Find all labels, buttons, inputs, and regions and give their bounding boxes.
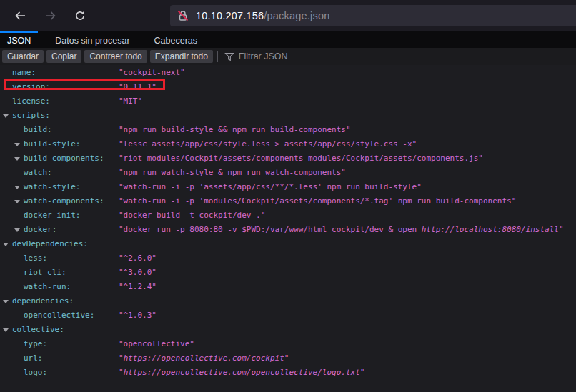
json-key: opencollective: (24, 308, 94, 323)
json-row[interactable]: watch-components: "watch-run -i -p 'modu… (0, 194, 576, 208)
save-button[interactable]: Guardar (2, 50, 44, 63)
json-viewer-toolbar: Guardar Copiar Contraer todo Expandir to… (0, 48, 576, 65)
collapse-twisty-icon[interactable] (3, 300, 9, 303)
json-tree: name: "cockpit-next" version: "0.11.1" l… (0, 65, 576, 392)
json-row[interactable]: logo: "https://opencollective.com/openco… (0, 366, 576, 380)
value-link[interactable]: https://opencollective.com/cockpit (124, 353, 284, 363)
json-row[interactable]: docker-init: "docker build -t cockpit/de… (0, 208, 576, 223)
json-row[interactable]: scripts: (0, 109, 576, 123)
json-value: "riot modules/Cockpit/assets/components … (119, 151, 483, 166)
collapse-twisty-icon[interactable] (3, 114, 9, 118)
collapse-twisty-icon[interactable] (3, 243, 9, 246)
json-key: less: (24, 251, 47, 266)
value-text: "MIT" (119, 96, 142, 106)
value-text: "cockpit-next" (119, 68, 185, 77)
json-value: "opencollective" (119, 337, 194, 351)
collapse-all-button[interactable]: Contraer todo (84, 50, 147, 63)
json-row[interactable]: build-style: "lessc assets/app/css/style… (0, 137, 576, 151)
json-row[interactable]: devDependencies: (0, 237, 576, 251)
collapse-twisty-icon[interactable] (14, 143, 20, 146)
collapse-twisty-icon[interactable] (3, 328, 9, 332)
json-value: "docker build -t cockpit/dev ." (119, 208, 265, 223)
json-key: logo: (24, 366, 47, 380)
forward-button[interactable] (39, 4, 61, 27)
json-row[interactable]: name: "cockpit-next" (0, 66, 576, 80)
json-row[interactable]: license: "MIT" (0, 94, 576, 109)
json-viewer-tabbar: JSON Datos sin procesar Cabeceras (0, 31, 576, 48)
json-key: build-components: (24, 151, 104, 166)
value-text: " (559, 225, 564, 234)
value-text: " (360, 368, 365, 377)
json-row[interactable]: riot-cli: "^3.0.0" (0, 266, 576, 280)
tab-json[interactable]: JSON (0, 31, 38, 48)
filter-json-input[interactable] (239, 48, 576, 65)
json-key: watch-run: (24, 280, 71, 294)
expand-all-button[interactable]: Expandir todo (150, 50, 213, 63)
json-value: "0.11.1" (119, 80, 157, 94)
json-row[interactable]: docker: "docker run -p 8080:80 -v $PWD:/… (0, 223, 576, 237)
json-row[interactable]: version: "0.11.1" (0, 80, 576, 94)
json-key: build-style: (24, 137, 80, 151)
value-link[interactable]: https://opencollective.com/opencollectiv… (124, 368, 360, 377)
json-key: watch: (24, 166, 52, 180)
json-key: scripts: (12, 109, 50, 123)
value-text: " (119, 353, 124, 363)
json-key: docker: (24, 223, 56, 237)
value-text: "npm run watch-style & npm run watch-com… (119, 168, 346, 177)
forward-arrow-icon (44, 10, 56, 21)
json-row[interactable]: less: "^2.6.0" (0, 251, 576, 266)
json-value: "watch-run -i -p 'assets/app/css/**/*.le… (119, 180, 422, 194)
tab-headers-label: Cabeceras (154, 36, 197, 46)
json-value: "^3.0.0" (119, 266, 157, 280)
copy-button[interactable]: Copiar (46, 50, 81, 63)
value-text: "docker build -t cockpit/dev ." (119, 211, 265, 220)
json-value: "docker run -p 8080:80 -v $PWD:/var/www/… (119, 223, 564, 237)
json-key: dependencies: (12, 294, 74, 308)
value-text: "riot modules/Cockpit/assets/components … (119, 154, 483, 163)
insecure-lock-icon[interactable] (177, 10, 189, 21)
collapse-twisty-icon[interactable] (14, 228, 20, 232)
collapse-twisty-icon[interactable] (14, 186, 20, 189)
tab-raw-data-label: Datos sin procesar (55, 36, 129, 46)
url-path: /package.json (264, 10, 329, 21)
json-value: "https://opencollective.com/opencollecti… (119, 366, 364, 380)
value-text: "npm run build-style && npm run build-co… (119, 125, 351, 134)
json-row[interactable]: watch-run: "^1.2.4" (0, 280, 576, 294)
json-key: license: (12, 94, 50, 109)
json-row[interactable]: dependencies: (0, 294, 576, 308)
toolbar-separator (217, 51, 218, 62)
json-row[interactable]: build: "npm run build-style && npm run b… (0, 123, 576, 137)
filter-container (222, 48, 576, 65)
tab-headers[interactable]: Cabeceras (147, 31, 204, 48)
json-row[interactable]: opencollective: "^1.0.3" (0, 308, 576, 323)
json-row[interactable]: watch-style: "watch-run -i -p 'assets/ap… (0, 180, 576, 194)
browser-toolbar: 10.10.207.156/package.json (0, 0, 576, 31)
json-value: "^1.2.4" (119, 280, 157, 294)
json-value: "MIT" (119, 94, 142, 109)
tab-raw-data[interactable]: Datos sin procesar (48, 31, 136, 48)
json-row[interactable]: type: "opencollective" (0, 337, 576, 351)
value-text: "0.11.1" (119, 82, 157, 91)
reload-button[interactable] (69, 4, 91, 27)
json-key: riot-cli: (24, 266, 66, 280)
json-key: build: (24, 123, 52, 137)
value-text: "docker run -p 8080:80 -v $PWD:/var/www/… (119, 225, 422, 234)
url-bar[interactable]: 10.10.207.156/package.json (170, 5, 576, 26)
value-link[interactable]: http://localhost:8080/install (422, 225, 559, 234)
value-text: " (284, 353, 289, 363)
value-text: "^1.0.3" (119, 311, 157, 320)
collapse-twisty-icon[interactable] (14, 157, 20, 161)
collapse-twisty-icon[interactable] (14, 200, 20, 203)
back-arrow-icon (14, 10, 26, 21)
json-key: docker-init: (24, 208, 80, 223)
back-button[interactable] (9, 4, 31, 27)
json-row[interactable]: build-components: "riot modules/Cockpit/… (0, 151, 576, 166)
json-row[interactable]: watch: "npm run watch-style & npm run wa… (0, 166, 576, 180)
value-text: " (119, 368, 124, 377)
json-value: "^1.0.3" (119, 308, 157, 323)
json-value: "npm run watch-style & npm run watch-com… (119, 166, 346, 180)
json-row[interactable]: url: "https://opencollective.com/cockpit… (0, 351, 576, 366)
json-key: devDependencies: (12, 237, 88, 251)
json-row[interactable]: collective: (0, 323, 576, 337)
json-value: "https://opencollective.com/cockpit" (119, 351, 289, 366)
